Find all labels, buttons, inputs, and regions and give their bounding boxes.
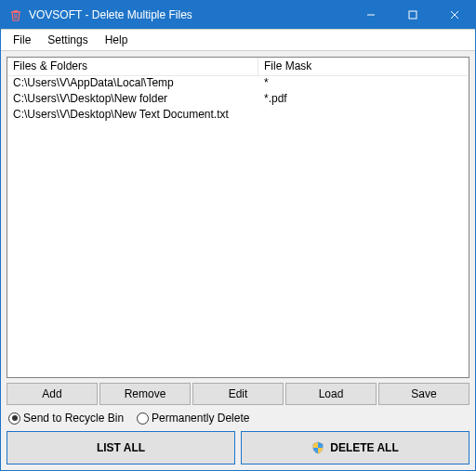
app-window: VOVSOFT - Delete Multiple Files File Set…	[0, 0, 476, 471]
delete-all-label: DELETE ALL	[330, 441, 399, 454]
menu-file[interactable]: File	[5, 31, 39, 49]
save-button[interactable]: Save	[378, 383, 469, 405]
window-controls	[350, 1, 475, 29]
column-file-mask[interactable]: File Mask	[258, 58, 469, 75]
toolbar-row: Add Remove Edit Load Save	[7, 383, 469, 405]
cell-path: C:\Users\V\Desktop\New Text Document.txt	[7, 108, 258, 124]
radio-icon	[8, 412, 20, 425]
edit-button[interactable]: Edit	[192, 383, 284, 405]
menu-settings[interactable]: Settings	[39, 31, 96, 49]
cell-path: C:\Users\V\Desktop\New folder	[7, 92, 258, 108]
uac-shield-icon	[311, 441, 324, 454]
column-files-folders[interactable]: Files & Folders	[7, 58, 258, 75]
delete-mode-radios: Send to Recycle Bin Permanently Delete	[7, 410, 469, 426]
content-area: Files & Folders File Mask C:\Users\V\App…	[1, 51, 475, 470]
radio-recycle-bin[interactable]: Send to Recycle Bin	[8, 412, 124, 425]
list-item[interactable]: C:\Users\V\AppData\Local\Temp*	[7, 76, 469, 92]
maximize-button[interactable]	[391, 1, 433, 29]
menu-help[interactable]: Help	[97, 31, 137, 49]
minimize-button[interactable]	[350, 1, 391, 29]
cell-mask: *.pdf	[258, 92, 469, 108]
radio-icon	[137, 412, 149, 425]
radio-permanent-delete[interactable]: Permanently Delete	[137, 412, 249, 425]
app-trash-icon	[8, 7, 23, 22]
close-button[interactable]	[433, 1, 475, 29]
list-all-label: LIST ALL	[97, 441, 145, 454]
list-header: Files & Folders File Mask	[7, 58, 469, 76]
window-title: VOVSOFT - Delete Multiple Files	[29, 8, 350, 21]
list-item[interactable]: C:\Users\V\Desktop\New Text Document.txt	[7, 108, 469, 124]
list-item[interactable]: C:\Users\V\Desktop\New folder*.pdf	[7, 92, 469, 108]
svg-rect-0	[409, 11, 416, 19]
add-button[interactable]: Add	[7, 383, 98, 405]
cell-mask	[258, 108, 469, 124]
titlebar: VOVSOFT - Delete Multiple Files	[1, 1, 475, 29]
cell-path: C:\Users\V\AppData\Local\Temp	[7, 76, 258, 92]
radio-recycle-label: Send to Recycle Bin	[23, 412, 124, 425]
action-row: LIST ALL DELETE ALL	[7, 431, 469, 464]
list-all-button[interactable]: LIST ALL	[7, 431, 235, 464]
remove-button[interactable]: Remove	[99, 383, 191, 405]
menubar: File Settings Help	[1, 29, 475, 51]
delete-all-button[interactable]: DELETE ALL	[241, 431, 469, 464]
load-button[interactable]: Load	[285, 383, 377, 405]
cell-mask: *	[258, 76, 469, 92]
radio-permanent-label: Permanently Delete	[152, 412, 249, 425]
list-body: C:\Users\V\AppData\Local\Temp*C:\Users\V…	[7, 76, 469, 124]
file-list[interactable]: Files & Folders File Mask C:\Users\V\App…	[7, 57, 469, 378]
